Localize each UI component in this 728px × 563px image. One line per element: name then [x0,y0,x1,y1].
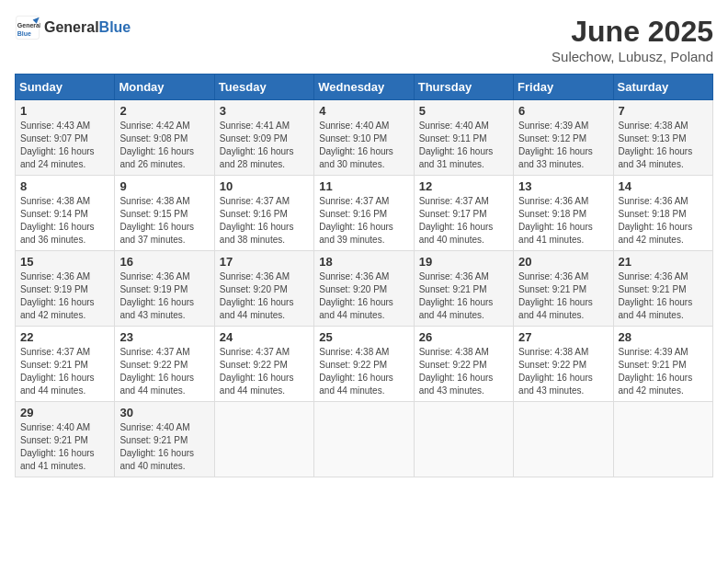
table-cell: 4 Sunrise: 4:40 AMSunset: 9:10 PMDayligh… [314,100,414,176]
day-info: Sunrise: 4:38 AMSunset: 9:22 PMDaylight:… [419,347,494,396]
table-cell: 20 Sunrise: 4:36 AMSunset: 9:21 PMDaylig… [514,251,613,327]
table-cell [214,402,313,477]
table-cell: 2 Sunrise: 4:42 AMSunset: 9:08 PMDayligh… [115,100,214,176]
table-cell: 11 Sunrise: 4:37 AMSunset: 9:16 PMDaylig… [314,176,414,251]
table-cell [414,402,513,477]
table-cell: 21 Sunrise: 4:36 AMSunset: 9:21 PMDaylig… [613,251,712,327]
day-info: Sunrise: 4:37 AMSunset: 9:21 PMDaylight:… [20,347,95,396]
day-info: Sunrise: 4:37 AMSunset: 9:22 PMDaylight:… [119,347,194,396]
col-friday: Friday [514,75,613,100]
day-info: Sunrise: 4:38 AMSunset: 9:22 PMDaylight:… [518,347,593,396]
day-number: 7 [619,104,708,118]
table-cell: 5 Sunrise: 4:40 AMSunset: 9:11 PMDayligh… [414,100,513,176]
day-info: Sunrise: 4:36 AMSunset: 9:19 PMDaylight:… [119,271,194,320]
logo-icon: General Blue [15,15,40,40]
table-cell: 7 Sunrise: 4:38 AMSunset: 9:13 PMDayligh… [613,100,712,176]
logo: General Blue GeneralBlue [15,15,131,40]
day-info: Sunrise: 4:40 AMSunset: 9:21 PMDaylight:… [119,422,194,471]
day-number: 21 [619,255,708,269]
day-info: Sunrise: 4:37 AMSunset: 9:22 PMDaylight:… [220,347,294,396]
day-info: Sunrise: 4:36 AMSunset: 9:20 PMDaylight:… [319,271,393,320]
calendar-week-row: 29 Sunrise: 4:40 AMSunset: 9:21 PMDaylig… [16,402,713,477]
col-thursday: Thursday [414,75,513,100]
day-number: 17 [220,255,309,269]
table-cell: 23 Sunrise: 4:37 AMSunset: 9:22 PMDaylig… [115,327,214,402]
table-cell: 12 Sunrise: 4:37 AMSunset: 9:17 PMDaylig… [414,176,513,251]
table-cell: 10 Sunrise: 4:37 AMSunset: 9:16 PMDaylig… [214,176,313,251]
table-cell: 19 Sunrise: 4:36 AMSunset: 9:21 PMDaylig… [414,251,513,327]
table-cell: 18 Sunrise: 4:36 AMSunset: 9:20 PMDaylig… [314,251,414,327]
header: General Blue GeneralBlue June 2025 Sulec… [15,15,713,64]
day-info: Sunrise: 4:36 AMSunset: 9:18 PMDaylight:… [619,196,693,245]
table-cell: 29 Sunrise: 4:40 AMSunset: 9:21 PMDaylig… [16,402,115,477]
table-cell: 30 Sunrise: 4:40 AMSunset: 9:21 PMDaylig… [115,402,214,477]
day-info: Sunrise: 4:38 AMSunset: 9:13 PMDaylight:… [619,121,693,169]
day-number: 14 [619,179,708,193]
day-number: 15 [20,255,109,269]
col-sunday: Sunday [16,75,115,100]
day-info: Sunrise: 4:36 AMSunset: 9:21 PMDaylight:… [419,271,494,320]
day-number: 29 [20,406,109,419]
day-info: Sunrise: 4:41 AMSunset: 9:09 PMDaylight:… [220,121,294,169]
table-cell: 9 Sunrise: 4:38 AMSunset: 9:15 PMDayligh… [115,176,214,251]
day-info: Sunrise: 4:38 AMSunset: 9:22 PMDaylight:… [319,347,393,396]
day-number: 23 [119,330,209,344]
day-number: 27 [518,330,608,344]
table-cell: 15 Sunrise: 4:36 AMSunset: 9:19 PMDaylig… [16,251,115,327]
day-number: 25 [319,330,408,344]
col-wednesday: Wednesday [314,75,414,100]
logo-blue-text: Blue [99,19,131,35]
month-title: June 2025 [552,15,713,49]
day-number: 12 [419,179,508,193]
subtitle: Sulechow, Lubusz, Poland [552,49,713,64]
day-info: Sunrise: 4:37 AMSunset: 9:16 PMDaylight:… [220,196,294,245]
day-info: Sunrise: 4:40 AMSunset: 9:11 PMDaylight:… [419,121,494,169]
table-cell: 25 Sunrise: 4:38 AMSunset: 9:22 PMDaylig… [314,327,414,402]
col-saturday: Saturday [613,75,712,100]
day-number: 4 [319,104,408,118]
table-cell [314,402,414,477]
day-number: 13 [518,179,608,193]
day-number: 30 [119,406,209,419]
day-number: 10 [220,179,309,193]
table-cell: 14 Sunrise: 4:36 AMSunset: 9:18 PMDaylig… [613,176,712,251]
day-info: Sunrise: 4:36 AMSunset: 9:21 PMDaylight:… [518,271,593,320]
day-info: Sunrise: 4:40 AMSunset: 9:10 PMDaylight:… [319,121,393,169]
day-info: Sunrise: 4:42 AMSunset: 9:08 PMDaylight:… [119,121,194,169]
day-number: 1 [20,104,109,118]
day-number: 16 [119,255,209,269]
table-cell: 27 Sunrise: 4:38 AMSunset: 9:22 PMDaylig… [514,327,613,402]
col-tuesday: Tuesday [214,75,313,100]
table-cell: 24 Sunrise: 4:37 AMSunset: 9:22 PMDaylig… [214,327,313,402]
day-info: Sunrise: 4:40 AMSunset: 9:21 PMDaylight:… [20,422,95,471]
table-cell: 6 Sunrise: 4:39 AMSunset: 9:12 PMDayligh… [514,100,613,176]
day-number: 6 [518,104,608,118]
day-number: 8 [20,179,109,193]
table-cell [514,402,613,477]
day-number: 9 [119,179,209,193]
day-number: 24 [220,330,309,344]
table-cell: 17 Sunrise: 4:36 AMSunset: 9:20 PMDaylig… [214,251,313,327]
calendar-table: Sunday Monday Tuesday Wednesday Thursday… [15,74,713,477]
title-area: June 2025 Sulechow, Lubusz, Poland [552,15,713,64]
day-info: Sunrise: 4:37 AMSunset: 9:16 PMDaylight:… [319,196,393,245]
day-info: Sunrise: 4:39 AMSunset: 9:12 PMDaylight:… [518,121,593,169]
day-info: Sunrise: 4:36 AMSunset: 9:19 PMDaylight:… [20,271,95,320]
logo-general-text: General [44,19,99,35]
table-cell: 28 Sunrise: 4:39 AMSunset: 9:21 PMDaylig… [613,327,712,402]
calendar-week-row: 15 Sunrise: 4:36 AMSunset: 9:19 PMDaylig… [16,251,713,327]
calendar-week-row: 1 Sunrise: 4:43 AMSunset: 9:07 PMDayligh… [16,100,713,176]
table-cell: 3 Sunrise: 4:41 AMSunset: 9:09 PMDayligh… [214,100,313,176]
day-number: 18 [319,255,408,269]
svg-text:Blue: Blue [17,30,31,37]
table-cell: 1 Sunrise: 4:43 AMSunset: 9:07 PMDayligh… [16,100,115,176]
calendar-week-row: 22 Sunrise: 4:37 AMSunset: 9:21 PMDaylig… [16,327,713,402]
table-cell: 22 Sunrise: 4:37 AMSunset: 9:21 PMDaylig… [16,327,115,402]
table-cell: 16 Sunrise: 4:36 AMSunset: 9:19 PMDaylig… [115,251,214,327]
calendar-week-row: 8 Sunrise: 4:38 AMSunset: 9:14 PMDayligh… [16,176,713,251]
day-number: 5 [419,104,508,118]
day-number: 19 [419,255,508,269]
header-row: Sunday Monday Tuesday Wednesday Thursday… [16,75,713,100]
day-number: 22 [20,330,109,344]
day-info: Sunrise: 4:36 AMSunset: 9:21 PMDaylight:… [619,271,693,320]
